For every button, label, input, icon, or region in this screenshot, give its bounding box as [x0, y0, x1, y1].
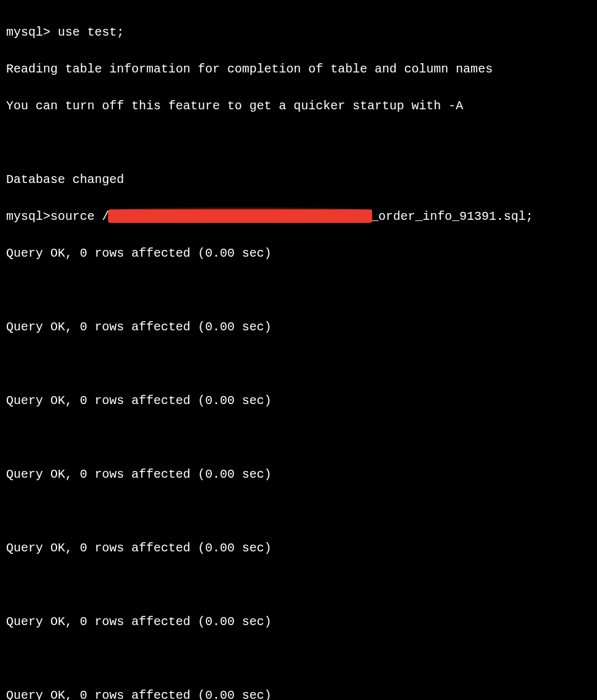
query-result: Query OK, 0 rows affected (0.00 sec) — [6, 392, 591, 410]
database-changed: Database changed — [6, 171, 591, 189]
blank-line — [6, 429, 591, 447]
blank-line — [6, 134, 591, 152]
terminal-output[interactable]: mysql> use test; Reading table informati… — [6, 5, 591, 700]
prompt-line-source: mysql> source /_order_info_91391.sql; — [6, 208, 591, 226]
query-result: Query OK, 0 rows affected (0.00 sec) — [6, 539, 591, 558]
command-use: use test; — [58, 25, 124, 39]
blank-line — [6, 650, 591, 668]
info-line-2: You can turn off this feature to get a q… — [6, 97, 591, 115]
prompt-line-use: mysql> use test; — [6, 23, 591, 42]
query-result: Query OK, 0 rows affected (0.00 sec) — [6, 686, 591, 700]
redacted-path — [108, 209, 372, 223]
mysql-prompt: mysql> — [6, 208, 50, 226]
command-source-suffix: _order_info_91391.sql; — [371, 208, 533, 226]
mysql-prompt: mysql> — [6, 25, 50, 39]
blank-line — [6, 576, 591, 594]
info-line-1: Reading table information for completion… — [6, 60, 591, 79]
query-result: Query OK, 0 rows affected (0.00 sec) — [6, 244, 591, 263]
query-result: Query OK, 0 rows affected (0.00 sec) — [6, 613, 591, 631]
blank-line — [6, 502, 591, 521]
query-result: Query OK, 0 rows affected (0.00 sec) — [6, 318, 591, 336]
blank-line — [6, 355, 591, 373]
query-result: Query OK, 0 rows affected (0.00 sec) — [6, 465, 591, 484]
command-source-prefix: source / — [50, 208, 109, 226]
blank-line — [6, 281, 591, 300]
